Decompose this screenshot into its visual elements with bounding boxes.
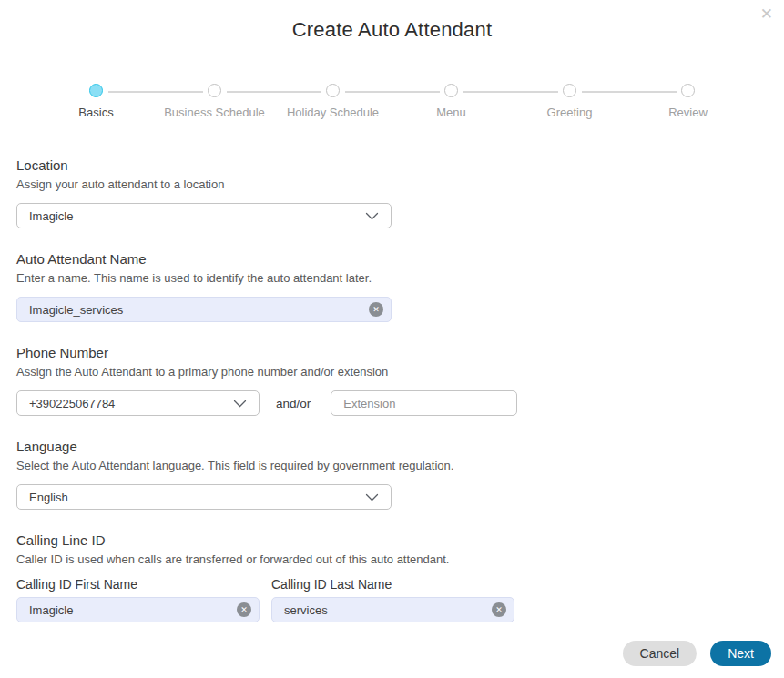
step-label: Greeting [547, 106, 593, 119]
step-business-schedule[interactable]: Business Schedule [156, 84, 274, 119]
name-input-wrapper: ✕ [16, 297, 392, 322]
language-select-value: English [29, 491, 68, 504]
step-basics[interactable]: Basics [37, 84, 156, 119]
location-select[interactable]: Imagicle [16, 203, 392, 228]
wizard-stepper: Basics Business Schedule Holiday Schedul… [37, 84, 748, 119]
calling-line-id-description: Caller ID is used when calls are transfe… [16, 552, 768, 566]
step-circle-icon [563, 84, 576, 97]
location-select-value: Imagicle [29, 209, 73, 223]
language-select[interactable]: English [16, 484, 392, 510]
location-description: Assign your auto attendant to a location [16, 177, 768, 191]
andor-label: and/or [276, 397, 311, 410]
close-icon[interactable]: ✕ [760, 5, 773, 24]
extension-input-wrapper [331, 390, 517, 416]
step-label: Basics [78, 106, 113, 119]
phone-number-select[interactable]: +390225067784 [16, 390, 260, 416]
clear-icon[interactable]: ✕ [237, 602, 251, 617]
step-label: Business Schedule [164, 106, 265, 119]
clear-icon[interactable]: ✕ [492, 602, 506, 617]
basics-form: Location Assign your auto attendant to a… [0, 157, 784, 622]
phone-section: Phone Number Assign the Auto Attendant t… [16, 345, 768, 416]
language-description: Select the Auto Attendant language. This… [16, 459, 768, 472]
calling-id-last-name-label: Calling ID Last Name [271, 577, 514, 592]
chevron-down-icon [365, 493, 379, 501]
phone-description: Assign the Auto Attendant to a primary p… [16, 365, 768, 379]
name-section: Auto Attendant Name Enter a name. This n… [16, 251, 768, 322]
step-label: Menu [436, 106, 466, 119]
step-circle-icon [681, 84, 695, 97]
language-heading: Language [16, 439, 768, 455]
calling-id-last-name-input[interactable] [272, 598, 514, 622]
name-heading: Auto Attendant Name [16, 251, 768, 268]
step-greeting[interactable]: Greeting [511, 84, 629, 119]
page-title: Create Auto Attendant [0, 18, 784, 42]
chevron-down-icon [365, 212, 379, 220]
step-label: Holiday Schedule [287, 106, 379, 119]
calling-line-id-section: Calling Line ID Caller ID is used when c… [16, 532, 768, 622]
phone-heading: Phone Number [16, 345, 768, 361]
step-circle-icon [326, 84, 340, 97]
auto-attendant-name-input[interactable] [17, 298, 391, 321]
step-circle-icon [208, 84, 221, 97]
chevron-down-icon [233, 400, 247, 408]
dialog-footer: Cancel Next [623, 641, 771, 666]
step-review[interactable]: Review [629, 84, 748, 119]
next-button[interactable]: Next [710, 641, 771, 666]
step-menu[interactable]: Menu [392, 84, 511, 119]
name-description: Enter a name. This name is used to ident… [16, 271, 768, 285]
first-name-input-wrapper: ✕ [16, 597, 260, 622]
location-section: Location Assign your auto attendant to a… [16, 157, 768, 228]
language-section: Language Select the Auto Attendant langu… [16, 439, 768, 510]
step-circle-icon [89, 84, 103, 97]
last-name-input-wrapper: ✕ [271, 597, 514, 622]
step-label: Review [668, 106, 708, 119]
cancel-button[interactable]: Cancel [623, 641, 697, 666]
step-holiday-schedule[interactable]: Holiday Schedule [274, 84, 392, 119]
calling-id-last-name-column: Calling ID Last Name ✕ [271, 577, 514, 622]
location-heading: Location [16, 157, 768, 174]
calling-id-first-name-column: Calling ID First Name ✕ [16, 577, 260, 622]
calling-line-id-heading: Calling Line ID [16, 532, 768, 549]
calling-id-first-name-input[interactable] [17, 598, 259, 622]
phone-number-select-value: +390225067784 [29, 397, 115, 410]
calling-id-first-name-label: Calling ID First Name [16, 577, 260, 592]
clear-icon[interactable]: ✕ [369, 302, 383, 317]
step-circle-icon [444, 84, 458, 97]
extension-input[interactable] [331, 391, 516, 415]
